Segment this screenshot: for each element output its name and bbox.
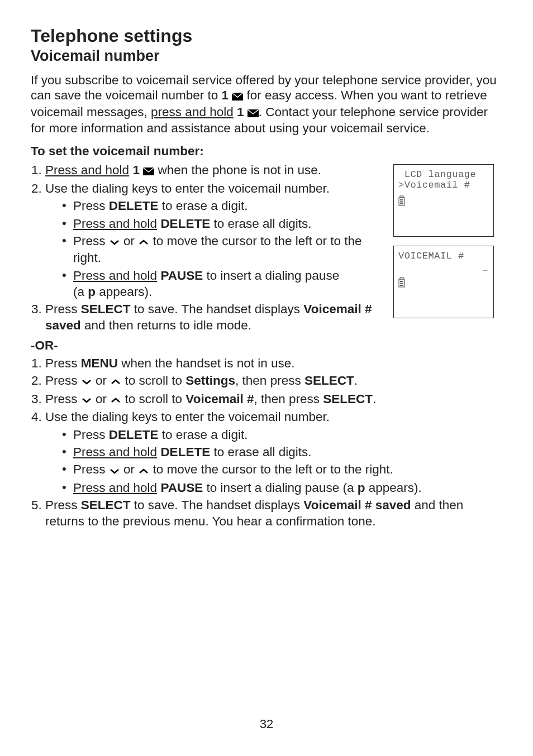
lcd-screen-menu: LCD language >Voicemail # — [393, 164, 494, 237]
caret-down-icon — [110, 462, 120, 479]
key-p: p — [88, 285, 96, 299]
step-text: Use the dialing keys to enter the voicem… — [45, 410, 330, 424]
bullet-text: (a — [73, 285, 88, 299]
bullet: Press and hold DELETE to erase all digit… — [62, 216, 384, 232]
bullet-text: or — [120, 462, 139, 476]
press-and-hold-text: Press and hold — [73, 445, 157, 459]
key-select: SELECT — [304, 374, 354, 387]
bullet: Press and hold PAUSE to insert a dialing… — [62, 480, 502, 496]
bullet-text: appears). — [96, 285, 152, 299]
bullet: Press or to move the cursor to the left … — [62, 233, 384, 266]
intro-paragraph: If you subscribe to voicemail service of… — [31, 73, 502, 136]
bullet-text: to erase all digits. — [210, 445, 311, 459]
step-text: to scroll to — [121, 392, 185, 406]
method-b-list: Press MENU when the handset is not in us… — [31, 355, 502, 530]
key-1: 1 — [221, 88, 229, 102]
step-text: Press — [45, 356, 81, 370]
key-delete: DELETE — [109, 199, 159, 213]
bullet-text: Press — [73, 428, 109, 442]
bullet: Press and hold DELETE to erase all digit… — [62, 444, 502, 460]
bullet: Press DELETE to erase a digit. — [62, 427, 502, 443]
press-and-hold-text: Press and hold — [73, 481, 157, 495]
key-select: SELECT — [323, 392, 373, 406]
step-text: Press — [45, 374, 81, 387]
lcd-line: VOICEMAIL # — [398, 251, 489, 262]
svg-rect-12 — [400, 285, 403, 286]
step-text: Use the dialing keys to enter the voicem… — [45, 181, 330, 195]
caret-up-icon — [139, 233, 149, 250]
set-heading: To set the voicemail number: — [31, 144, 502, 159]
svg-rect-10 — [400, 281, 403, 282]
page-title: Telephone settings — [31, 26, 502, 46]
step: Press and hold 1 when the phone is not i… — [45, 162, 384, 179]
battery-icon — [398, 196, 405, 209]
svg-rect-5 — [400, 199, 403, 200]
caret-up-icon — [111, 391, 121, 408]
caret-up-icon — [139, 462, 149, 479]
bullet: Press DELETE to erase a digit. — [62, 198, 384, 214]
key-1: 1 — [237, 105, 244, 119]
bullet-text: Press — [73, 199, 109, 213]
bullet-text: Press — [73, 462, 109, 476]
svg-rect-7 — [400, 203, 403, 204]
or-separator: -OR- — [31, 338, 502, 353]
step-text: or — [92, 392, 111, 406]
step: Press or to scroll to Settings, then pre… — [45, 372, 502, 390]
press-and-hold-text: Press and hold — [45, 163, 129, 177]
key-menu: MENU — [81, 356, 118, 370]
key-delete: DELETE — [109, 428, 159, 442]
lcd-line: LCD language — [398, 169, 489, 180]
battery-icon — [398, 277, 405, 291]
key-pause: PAUSE — [160, 269, 203, 283]
step: Use the dialing keys to enter the voicem… — [45, 180, 384, 300]
bullet-text: appears). — [365, 481, 421, 495]
press-and-hold-text: Press and hold — [73, 217, 157, 231]
section-title: Voicemail number — [31, 47, 502, 65]
step-text: . — [354, 374, 358, 387]
step: Press SELECT to save. The handset displa… — [45, 301, 384, 334]
envelope-icon — [143, 163, 154, 179]
display-text: Voicemail # saved — [303, 498, 411, 512]
key-delete: DELETE — [160, 217, 210, 231]
step-text: when the phone is not in use. — [154, 163, 321, 177]
press-and-hold-text: Press and hold — [73, 269, 157, 283]
key-select: SELECT — [81, 302, 131, 316]
bullet-text: to erase a digit. — [159, 428, 248, 442]
step: Use the dialing keys to enter the voicem… — [45, 409, 502, 496]
caret-down-icon — [110, 233, 120, 250]
bullet-text: to insert a dialing pause — [203, 269, 339, 283]
svg-rect-6 — [400, 201, 403, 202]
step-text: and then returns to idle mode. — [81, 318, 251, 332]
press-and-hold-text: press and hold — [151, 105, 234, 119]
step-text: when the handset is not in use. — [118, 356, 294, 370]
step: Press or to scroll to Voicemail #, then … — [45, 391, 502, 408]
step-text: . — [373, 392, 376, 406]
step-text: Press — [45, 302, 81, 316]
bullet-text: to insert a dialing pause (a — [203, 481, 357, 495]
step-text: Press — [45, 392, 81, 406]
bullet: Press and hold PAUSE to insert a dialing… — [62, 267, 384, 300]
menu-target: Voicemail # — [185, 392, 254, 406]
step: Press SELECT to save. The handset displa… — [45, 497, 502, 530]
caret-up-icon — [111, 373, 121, 389]
lcd-line: >Voicemail # — [398, 180, 489, 191]
step-text: to save. The handset displays — [131, 498, 304, 512]
step-text: or — [92, 374, 111, 387]
caret-down-icon — [82, 391, 92, 408]
method-a-list: Press and hold 1 when the phone is not i… — [31, 162, 384, 334]
key-1: 1 — [132, 163, 140, 177]
step-text: , then press — [254, 392, 323, 406]
bullet-text: to erase all digits. — [210, 217, 311, 231]
step-text: , then press — [235, 374, 304, 387]
menu-target: Settings — [185, 374, 235, 387]
envelope-icon — [248, 106, 259, 121]
key-p: p — [358, 481, 365, 495]
bullet-text: Press — [73, 234, 109, 248]
bullet: Press or to move the cursor to the left … — [62, 461, 502, 479]
page-number: 32 — [0, 717, 533, 731]
svg-rect-11 — [400, 283, 403, 284]
key-delete: DELETE — [160, 445, 210, 459]
caret-down-icon — [82, 373, 92, 389]
key-select: SELECT — [81, 498, 131, 512]
bullet-text: to erase a digit. — [159, 199, 248, 213]
